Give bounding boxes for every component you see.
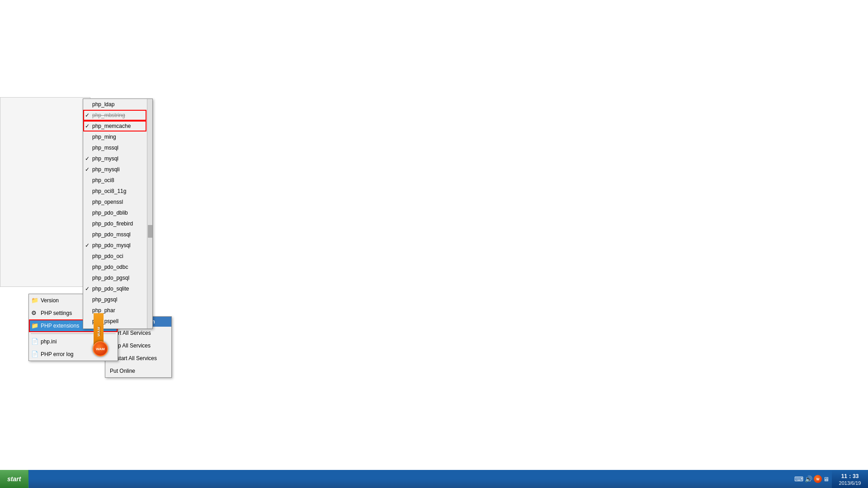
- wamp-tray-icon[interactable]: W: [814, 475, 822, 483]
- php-ext-item-17[interactable]: ✓php_pdo_sqlite: [83, 283, 146, 294]
- php-ext-item-5[interactable]: ✓php_mysql: [83, 153, 146, 164]
- php-ext-item-13[interactable]: ✓php_pdo_mysql: [83, 240, 146, 251]
- tray-area: ⌨ 🔊 W 🖥: [792, 470, 832, 488]
- ext-label: php_pdo_dblib: [92, 210, 128, 216]
- ext-label: php_oci8: [92, 177, 114, 183]
- check-icon: ✓: [85, 111, 90, 120]
- taskbar-clock: 11：33 2013/6/19: [832, 470, 868, 488]
- php-ext-item-11[interactable]: php_pdo_firebird: [83, 218, 146, 229]
- ext-label: php_ming: [92, 134, 116, 140]
- time-display: 11：33: [841, 473, 859, 480]
- ext-label: php_mbstring: [92, 112, 125, 118]
- desktop: php_ldap✓php_mbstring✓php_memcachephp_mi…: [0, 0, 868, 470]
- check-icon: ✓: [85, 154, 90, 163]
- check-icon: ✓: [85, 122, 90, 131]
- php-ext-item-7[interactable]: php_oci8: [83, 175, 146, 186]
- ext-label: php_oci8_11g: [92, 188, 126, 194]
- ext-label: php_phar: [92, 307, 115, 314]
- check-icon: ✓: [85, 284, 90, 293]
- ext-label: php_pdo_odbc: [92, 264, 128, 270]
- ext-label: php_ldap: [92, 101, 114, 108]
- folder-icon-ext: 📁: [31, 321, 38, 331]
- ext-label: php_pdo_oci: [92, 253, 123, 259]
- php-extensions-label: PHP extensions: [41, 321, 79, 331]
- ext-label: php_pdo_firebird: [92, 221, 133, 227]
- ext-label: php_pdo_sqlite: [92, 286, 129, 292]
- php-ext-item-8[interactable]: php_oci8_11g: [83, 186, 146, 197]
- wamp-text: WAM: [97, 326, 101, 337]
- tray-icon-2: 🔊: [805, 475, 812, 483]
- php-ext-item-14[interactable]: php_pdo_oci: [83, 251, 146, 262]
- ext-label: php_pgsql: [92, 296, 117, 303]
- php-ext-item-6[interactable]: ✓php_mysqli: [83, 164, 146, 175]
- taskbar-items-area: [28, 470, 792, 488]
- tray-icon-1: ⌨: [794, 475, 803, 483]
- ext-label: php_mssql: [92, 145, 118, 151]
- settings-icon: ⚙: [31, 308, 37, 318]
- php-ext-item-1[interactable]: ✓php_mbstring: [83, 110, 146, 121]
- wam-circle: WAM: [93, 341, 108, 357]
- php-ext-item-0[interactable]: php_ldap: [83, 99, 146, 110]
- ext-label: php_openssl: [92, 199, 123, 205]
- php-ext-item-4[interactable]: php_mssql: [83, 142, 146, 153]
- php-settings-label: PHP settings: [41, 308, 72, 318]
- window-panel: [0, 97, 90, 287]
- version-label: Version: [41, 296, 59, 305]
- php-ext-item-9[interactable]: php_openssl: [83, 197, 146, 207]
- php-ext-item-18[interactable]: php_pgsql: [83, 294, 146, 305]
- ext-label: php_memcache: [92, 123, 131, 129]
- php-ext-item-21[interactable]: php_shmop: [83, 327, 146, 329]
- wam-badge: WAM: [93, 341, 108, 357]
- ext-label: php_pdo_mysql: [92, 242, 131, 249]
- check-icon: ✓: [85, 165, 90, 174]
- php-ext-item-20[interactable]: php_pspell: [83, 316, 146, 327]
- php-ext-item-3[interactable]: php_ming: [83, 131, 146, 142]
- php-ext-item-15[interactable]: php_pdo_odbc: [83, 262, 146, 272]
- ext-label: php_mysql: [92, 155, 118, 162]
- file-icon-log: 📄: [31, 349, 38, 359]
- php-ext-item-16[interactable]: php_pdo_pgsql: [83, 272, 146, 283]
- taskbar: start ⌨ 🔊 W 🖥 11：33 2013/6/19: [0, 470, 868, 488]
- php-ext-item-2[interactable]: ✓php_memcache: [83, 121, 146, 131]
- menu-item-put-online[interactable]: Put Online: [105, 365, 171, 377]
- check-icon: ✓: [85, 241, 90, 250]
- file-icon-ini: 📄: [31, 337, 38, 347]
- ext-label: php_pdo_pgsql: [92, 275, 129, 281]
- php-ext-item-19[interactable]: php_phar: [83, 305, 146, 316]
- start-label: start: [7, 475, 21, 483]
- date-display: 2013/6/19: [839, 480, 861, 486]
- tray-icon-network: 🖥: [823, 476, 829, 483]
- php-extensions-menu[interactable]: php_ldap✓php_mbstring✓php_memcachephp_mi…: [83, 99, 153, 329]
- php-ext-item-10[interactable]: php_pdo_dblib: [83, 207, 146, 218]
- folder-icon: 📁: [31, 296, 38, 305]
- php-error-log-label: PHP error log: [41, 349, 73, 359]
- start-button[interactable]: start: [0, 470, 28, 488]
- php-ext-item-12[interactable]: php_pdo_mssql: [83, 229, 146, 240]
- wam-label: WAM: [96, 347, 105, 351]
- phpini-label: php.ini: [41, 337, 57, 347]
- ext-label: php_pdo_mssql: [92, 231, 131, 238]
- ext-label: php_mysqli: [92, 166, 120, 173]
